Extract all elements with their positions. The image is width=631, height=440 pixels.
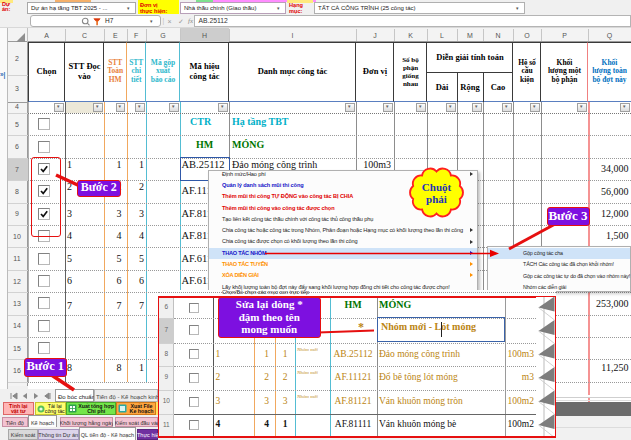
svg-text:phải: phải <box>426 193 447 205</box>
svg-text:Chuột: Chuột <box>422 181 452 193</box>
